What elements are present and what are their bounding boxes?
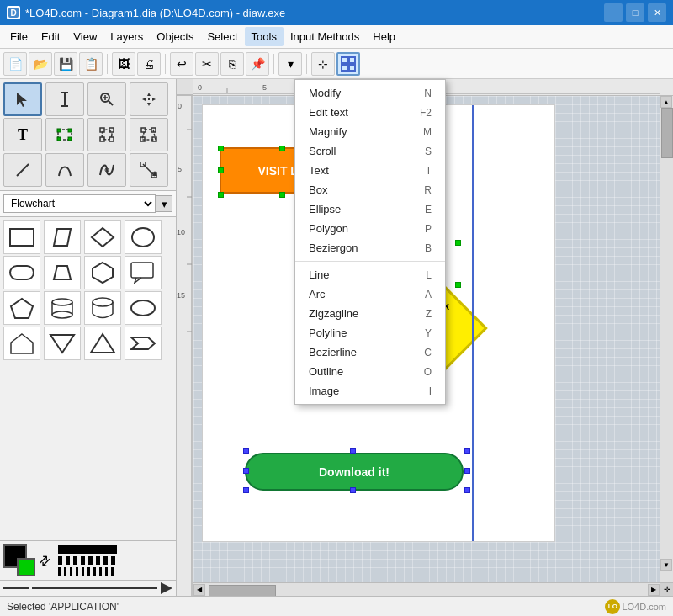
new-button[interactable]: 📄 xyxy=(3,52,27,76)
shape-drum[interactable] xyxy=(84,291,121,325)
move-tool[interactable] xyxy=(130,82,168,116)
scroll-thumb-v[interactable] xyxy=(661,108,673,158)
download-shape[interactable]: Download it! xyxy=(245,453,464,491)
scroll-right-button[interactable]: ▶ xyxy=(648,584,660,596)
menu-item-line-label: Line xyxy=(309,268,330,281)
menu-item-zigzagline[interactable]: Zigzagline Z xyxy=(295,304,445,323)
menu-item-box[interactable]: Box R xyxy=(295,180,445,199)
snap-button[interactable]: ⊹ xyxy=(311,52,335,76)
paste-button[interactable]: 📌 xyxy=(246,52,269,76)
shape-pentagon[interactable] xyxy=(3,291,40,325)
svg-rect-3 xyxy=(349,57,355,63)
shape-oval[interactable] xyxy=(125,291,162,325)
scroll-left-button[interactable]: ◀ xyxy=(193,584,205,596)
menu-tools[interactable]: Tools xyxy=(245,27,284,46)
line-tool[interactable] xyxy=(3,153,42,187)
menu-item-outline[interactable]: Outline O xyxy=(295,362,445,381)
title-bar: D *LO4D.com - Diagram1.dia (D:\LO4D.com)… xyxy=(0,0,673,25)
copy-button[interactable]: ⎘ xyxy=(220,52,244,76)
text-tool[interactable]: T xyxy=(3,118,42,151)
shape-house[interactable] xyxy=(3,327,40,360)
menu-input-methods[interactable]: Input Methods xyxy=(284,27,366,46)
menu-select[interactable]: Select xyxy=(200,27,244,46)
menu-item-image[interactable]: Image I xyxy=(295,381,445,401)
print-button[interactable]: 🖨 xyxy=(137,52,161,76)
scrollbar-vertical[interactable]: ▲ ▼ xyxy=(660,96,673,582)
line-pattern-2[interactable] xyxy=(58,556,117,565)
export-button[interactable]: 🖼 xyxy=(112,52,135,76)
shape-triangle-down[interactable] xyxy=(44,327,81,360)
dl-handle-tm xyxy=(350,448,356,454)
shape-triangle[interactable] xyxy=(84,327,121,360)
shape-rectangle[interactable] xyxy=(3,220,40,254)
connector-tool[interactable] xyxy=(130,153,168,187)
category-arrow[interactable]: ▾ xyxy=(156,195,172,212)
svg-text:D: D xyxy=(10,8,16,18)
scroll-corner[interactable]: ✛ xyxy=(660,582,673,596)
menu-view[interactable]: View xyxy=(66,27,103,46)
menu-item-ellipse[interactable]: Ellipse E xyxy=(295,199,445,219)
rotate-tool[interactable] xyxy=(87,118,126,151)
tools-grid: T xyxy=(0,79,176,190)
minimize-button[interactable]: ─ xyxy=(604,3,623,22)
menu-item-polygon[interactable]: Polygon P xyxy=(295,219,445,238)
zoom-tool[interactable] xyxy=(87,82,126,116)
category-dropdown[interactable]: Flowchart xyxy=(3,194,156,213)
cut-button[interactable]: ✂ xyxy=(195,52,219,76)
menu-item-line-shortcut: L xyxy=(426,269,432,281)
select-tool[interactable] xyxy=(3,82,42,116)
svg-rect-25 xyxy=(100,128,104,132)
box-select-tool[interactable] xyxy=(45,118,84,151)
shape-hexagon[interactable] xyxy=(84,256,121,289)
shear-tool[interactable] xyxy=(130,118,168,151)
curve-tool[interactable] xyxy=(45,153,84,187)
zoom-dropdown[interactable]: ▾ xyxy=(278,52,302,76)
menu-layers[interactable]: Layers xyxy=(103,27,150,46)
shape-circle[interactable] xyxy=(125,220,162,254)
menu-item-arc[interactable]: Arc A xyxy=(295,284,445,304)
close-button[interactable]: ✕ xyxy=(648,3,666,22)
svg-marker-60 xyxy=(131,337,155,349)
swap-colors[interactable]: ⇄ xyxy=(34,551,54,571)
menu-item-line[interactable]: Line L xyxy=(295,265,445,284)
save-as-button[interactable]: 📋 xyxy=(79,52,103,76)
text-cursor-tool[interactable] xyxy=(45,82,84,116)
menu-item-modify-label: Modify xyxy=(309,87,341,99)
menu-item-beziergon[interactable]: Beziergon B xyxy=(295,238,445,258)
shape-chevron[interactable] xyxy=(125,327,162,360)
shape-callout[interactable] xyxy=(125,256,162,289)
shape-diamond[interactable] xyxy=(84,220,121,254)
svg-marker-59 xyxy=(91,334,114,353)
line-pattern-1[interactable] xyxy=(58,545,117,554)
scroll-thumb-h[interactable] xyxy=(209,585,276,597)
menu-item-polyline[interactable]: Polyline Y xyxy=(295,323,445,343)
background-color[interactable] xyxy=(17,558,35,576)
ruler-left: 0 5 10 15 xyxy=(177,96,193,596)
bezier-tool[interactable] xyxy=(87,153,126,187)
shape-rounded-rect[interactable] xyxy=(3,256,40,289)
maximize-button[interactable]: □ xyxy=(626,3,644,22)
menu-item-magnify[interactable]: Magnify M xyxy=(295,122,445,141)
line-pattern-3[interactable] xyxy=(58,567,117,576)
menu-item-scroll[interactable]: Scroll S xyxy=(295,141,445,161)
open-button[interactable]: 📂 xyxy=(29,52,52,76)
menu-edit[interactable]: Edit xyxy=(34,27,66,46)
shape-cylinder[interactable] xyxy=(44,291,81,325)
grid-button[interactable] xyxy=(336,52,360,76)
menu-file[interactable]: File xyxy=(3,27,34,46)
menu-item-edit-text-label: Edit text xyxy=(309,106,348,119)
shape-trapezoid[interactable] xyxy=(44,256,81,289)
menu-item-bezierline[interactable]: Bezierline C xyxy=(295,343,445,362)
shape-parallelogram[interactable] xyxy=(44,220,81,254)
menu-item-edit-text[interactable]: Edit text F2 xyxy=(295,103,445,122)
menu-item-modify[interactable]: Modify N xyxy=(295,83,445,103)
scroll-down-button[interactable]: ▼ xyxy=(660,559,672,571)
menu-objects[interactable]: Objects xyxy=(150,27,200,46)
undo-button[interactable]: ↩ xyxy=(170,52,193,76)
scroll-up-button[interactable]: ▲ xyxy=(660,96,672,108)
svg-rect-27 xyxy=(100,137,104,141)
save-button[interactable]: 💾 xyxy=(54,52,77,76)
menu-item-text[interactable]: Text T xyxy=(295,161,445,180)
scrollbar-horizontal[interactable]: ◀ ▶ xyxy=(193,582,660,596)
menu-help[interactable]: Help xyxy=(366,27,402,46)
